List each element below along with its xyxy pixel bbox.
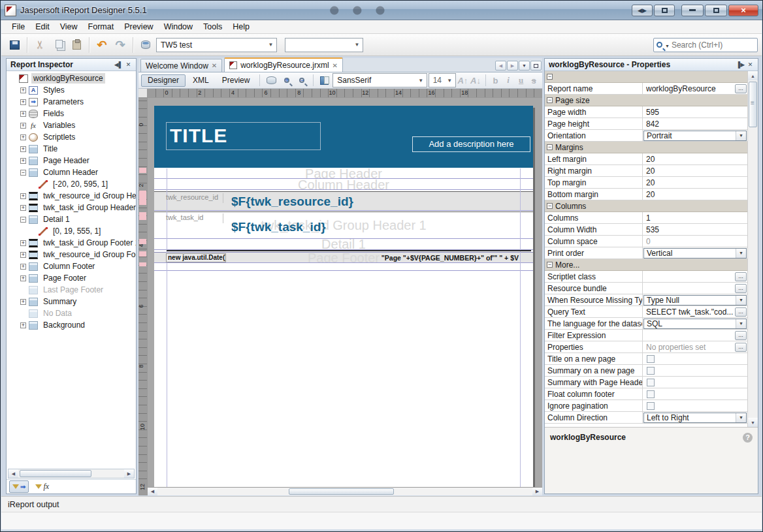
scroll-tabs-left-button[interactable]: ◀ — [495, 61, 506, 70]
prop-checkbox[interactable] — [647, 402, 655, 410]
tree-item-twk-resource-id-group-footer[interactable]: +twk_resource_id Group Footer — [7, 249, 136, 260]
expand-plus-icon[interactable]: + — [20, 264, 26, 270]
collapse-minus-icon[interactable]: − — [20, 217, 26, 223]
tree-item-scriptlets[interactable]: +Scriptlets — [7, 131, 136, 143]
menu-preview[interactable]: Preview — [119, 21, 158, 33]
summary-band[interactable] — [154, 263, 533, 271]
connection-select[interactable]: TW5 test ▼ — [156, 38, 277, 52]
properties-vscrollbar[interactable]: ▲ ▼ — [748, 71, 758, 427]
tree-item-detail-1[interactable]: −Detail 1 — [7, 213, 136, 225]
secondary-select[interactable]: ▼ — [285, 38, 363, 52]
page-number-expression-element[interactable]: "Page "+$V{PAGE_NUMBER}+" of'" " + $V — [382, 254, 519, 262]
prop-value-text[interactable]: 535 — [646, 225, 747, 234]
column-header-band[interactable]: Column Header — [154, 180, 533, 190]
font-family-select[interactable]: SansSerif ▼ — [333, 73, 427, 87]
expand-plus-icon[interactable]: + — [20, 240, 26, 246]
prop-value-text[interactable]: SELECT twk_task."cod... — [646, 307, 734, 317]
ellipsis-button[interactable]: ... — [735, 272, 747, 281]
prop-dropdown[interactable]: Left to Right▼ — [643, 413, 747, 423]
page-footer-band[interactable]: Page Footer new java.util.Date() "Page "… — [154, 252, 533, 263]
expand-plus-icon[interactable]: + — [20, 322, 26, 328]
tree-item-fields[interactable]: +Fields — [7, 108, 136, 119]
redo-button[interactable]: ↷ — [111, 37, 129, 54]
menu-tools[interactable]: Tools — [198, 21, 227, 33]
tree-item-twk-task-id-group-header-1[interactable]: +twk_task_id Group Header 1 — [7, 202, 136, 213]
prop-value-text[interactable]: 20 — [646, 190, 747, 199]
grow-font-button[interactable]: A↑ — [457, 76, 469, 86]
menu-file[interactable]: File — [7, 21, 30, 33]
detail-band[interactable]: Detail 1 — [154, 239, 533, 250]
help-icon[interactable]: ? — [743, 433, 753, 443]
title-band[interactable]: TITLE Add a description here — [154, 106, 533, 168]
prop-value-text[interactable]: 1 — [646, 213, 747, 223]
tree-item-0-19-555-1[interactable]: [0, 19, 555, 1] — [7, 225, 136, 237]
ellipsis-button[interactable]: ... — [735, 307, 747, 317]
minimize-panel-icon[interactable]: ◀▌ — [114, 61, 123, 68]
tree-item-column-footer[interactable]: +Column Footer — [7, 260, 136, 272]
title-text-element[interactable]: TITLE — [166, 122, 321, 150]
tree-item-styles[interactable]: +AStyles — [7, 84, 136, 96]
expand-plus-icon[interactable]: + — [20, 134, 26, 140]
tree-item-no-data[interactable]: No Data — [7, 307, 136, 319]
underline-button[interactable]: u — [515, 75, 527, 86]
expand-plus-icon[interactable]: + — [20, 205, 26, 211]
prop-checkbox[interactable] — [647, 390, 655, 398]
prop-dropdown[interactable]: SQL▼ — [643, 319, 747, 329]
designer-view-button[interactable]: Designer — [141, 74, 186, 87]
expand-plus-icon[interactable]: + — [20, 99, 26, 105]
collapse-icon[interactable]: − — [547, 203, 553, 209]
close-tab-icon[interactable]: ✕ — [212, 62, 217, 69]
tree-item-twk-task-id-group-footer-1[interactable]: +twk_task_id Group Footer 1 — [7, 237, 136, 249]
maximize-editor-button[interactable] — [530, 61, 542, 70]
close-panel-icon[interactable]: ✕ — [745, 61, 755, 68]
close-tab-icon[interactable]: ✕ — [333, 62, 338, 69]
prop-value-text[interactable]: 20 — [646, 155, 747, 164]
zoom-in-button[interactable]: + — [280, 74, 293, 87]
detail-line-element[interactable] — [167, 250, 531, 251]
prop-value-text[interactable]: worklogByResource — [646, 84, 734, 93]
filter-parameters-button[interactable]: ⇒ — [9, 480, 29, 493]
prop-value-text[interactable]: 20 — [646, 178, 747, 187]
ellipsis-button[interactable]: ... — [735, 331, 747, 340]
expand-plus-icon[interactable]: + — [20, 275, 26, 281]
filter-variables-button[interactable]: fx — [33, 480, 52, 493]
collapse-icon[interactable]: − — [547, 97, 553, 103]
collapse-icon[interactable]: − — [547, 74, 553, 80]
tree-item-page-footer[interactable]: +Page Footer — [7, 272, 136, 284]
expand-plus-icon[interactable]: + — [20, 252, 26, 258]
tab-welcome-window[interactable]: Welcome Window ✕ — [140, 59, 222, 72]
scroll-left-icon[interactable]: ◀ — [8, 469, 18, 478]
collapse-minus-icon[interactable]: − — [20, 170, 26, 176]
close-panel-icon[interactable]: ✕ — [123, 61, 133, 68]
prop-value-text[interactable]: 20 — [646, 166, 747, 176]
tree-item-last-page-footer[interactable]: Last Page Footer — [7, 284, 136, 296]
ellipsis-button[interactable]: ... — [735, 343, 747, 352]
menu-view[interactable]: View — [55, 21, 83, 33]
font-size-select[interactable]: 14 ▼ — [429, 73, 456, 87]
preview-view-button[interactable]: Preview — [216, 74, 256, 87]
group1-field-expression[interactable]: $F{twk_resource_id} — [231, 195, 353, 209]
copy-button[interactable] — [49, 37, 67, 54]
prop-checkbox[interactable] — [647, 367, 655, 375]
search-input[interactable] — [672, 40, 755, 50]
maximize-button[interactable] — [705, 5, 727, 16]
page-format-button[interactable] — [317, 74, 331, 87]
xml-view-button[interactable]: XML — [187, 74, 215, 87]
paste-button[interactable] — [67, 37, 86, 54]
menu-format[interactable]: Format — [83, 21, 120, 33]
menu-window[interactable]: Window — [159, 21, 198, 33]
tree-item-title[interactable]: +Title — [7, 143, 136, 155]
group2-field-expression[interactable]: $F{twk_task_id} — [231, 220, 326, 234]
inspector-hscrollbar[interactable]: ◀ ▶ — [8, 469, 135, 478]
tab-list-dropdown-button[interactable]: ▼ — [519, 61, 530, 70]
close-button[interactable]: × — [728, 5, 758, 16]
tree-item-summary[interactable]: +Summary — [7, 296, 136, 307]
tree-item-20-20-595-1[interactable]: [-20, 20, 595, 1] — [7, 178, 136, 190]
tree-item-page-header[interactable]: +Page Header — [7, 155, 136, 166]
shrink-font-button[interactable]: A↓ — [470, 76, 481, 86]
prop-dropdown[interactable]: Vertical▼ — [643, 248, 747, 258]
group1-label-element[interactable]: twk_resource_id — [166, 193, 223, 203]
tree-item-parameters[interactable]: +⇒Parameters — [7, 96, 136, 108]
tree-item-twk-resource-id-group-header[interactable]: +twk_resource_id Group Header — [7, 190, 136, 202]
group2-label-element[interactable]: twk_task_id — [166, 213, 223, 223]
